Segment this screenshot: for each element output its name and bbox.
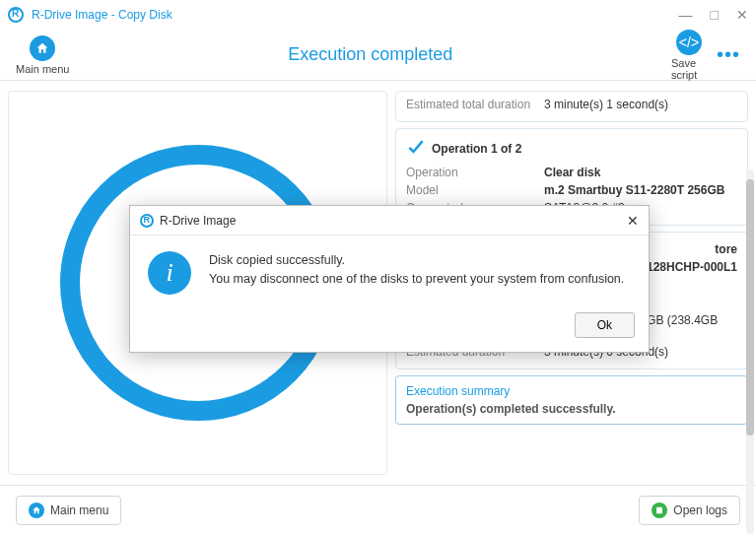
dialog-line2: You may disconnect one of the disks to p… bbox=[209, 270, 624, 289]
scroll-thumb[interactable] bbox=[746, 179, 754, 436]
footer-main-menu-label: Main menu bbox=[50, 503, 108, 517]
dialog-title: R-Drive Image bbox=[160, 214, 236, 228]
op2-model-tail: 128HCHP-000L1 bbox=[647, 260, 737, 274]
window-title: R-Drive Image - Copy Disk bbox=[32, 8, 172, 22]
footer: Main menu Open logs bbox=[0, 485, 756, 534]
save-script-label: Save script bbox=[671, 57, 707, 81]
main-menu-label: Main menu bbox=[16, 63, 69, 75]
op1-op-v: Clear disk bbox=[544, 166, 600, 179]
close-icon[interactable]: ✕ bbox=[736, 7, 748, 23]
svg-rect-0 bbox=[656, 506, 662, 513]
open-logs-label: Open logs bbox=[673, 503, 727, 517]
est-total-key: Estimated total duration bbox=[406, 98, 544, 111]
info-icon: i bbox=[148, 251, 191, 295]
scrollbar[interactable] bbox=[746, 169, 754, 534]
dialog-line1: Disk copied successfully. bbox=[209, 251, 624, 270]
code-icon: </> bbox=[676, 30, 702, 55]
dialog-close-icon[interactable]: ✕ bbox=[627, 213, 639, 229]
summary-title: Execution summary bbox=[406, 384, 737, 398]
check-icon bbox=[406, 137, 426, 160]
logs-icon bbox=[652, 503, 667, 518]
home-icon bbox=[29, 503, 44, 518]
op1-model-k: Model bbox=[406, 183, 544, 197]
home-icon bbox=[30, 35, 55, 61]
titlebar: R-Drive Image - Copy Disk — □ ✕ bbox=[0, 0, 756, 30]
dialog-titlebar: R-Drive Image ✕ bbox=[130, 206, 649, 235]
minimize-icon[interactable]: — bbox=[679, 7, 693, 23]
save-script-button[interactable]: </> Save script bbox=[671, 30, 707, 81]
footer-main-menu-button[interactable]: Main menu bbox=[16, 496, 121, 525]
app-logo-icon bbox=[140, 214, 154, 228]
op1-heading: Operation 1 of 2 bbox=[432, 142, 521, 156]
dialog-text: Disk copied successfully. You may discon… bbox=[209, 251, 624, 289]
estimate-card: Estimated total duration 3 minute(s) 1 s… bbox=[395, 91, 748, 122]
page-title: Execution completed bbox=[69, 44, 671, 65]
maximize-icon[interactable]: □ bbox=[711, 7, 719, 23]
op1-model-v: m.2 Smartbuy S11-2280T 256GB bbox=[544, 183, 724, 197]
open-logs-button[interactable]: Open logs bbox=[639, 496, 740, 525]
est-total-val: 3 minute(s) 1 second(s) bbox=[544, 98, 668, 111]
dialog-actions: Ok bbox=[130, 304, 649, 352]
main-menu-button[interactable]: Main menu bbox=[16, 35, 69, 75]
summary-text: Operation(s) completed successfully. bbox=[406, 402, 737, 416]
toolbar: Main menu Execution completed </> Save s… bbox=[0, 30, 756, 81]
window-controls: — □ ✕ bbox=[679, 7, 748, 23]
op1-op-k: Operation bbox=[406, 166, 544, 179]
summary-card: Execution summary Operation(s) completed… bbox=[395, 375, 748, 425]
dialog: R-Drive Image ✕ i Disk copied successful… bbox=[129, 205, 650, 353]
app-logo-icon bbox=[8, 7, 24, 23]
more-icon[interactable]: ••• bbox=[717, 43, 740, 66]
op2-tore: tore bbox=[715, 242, 737, 256]
dialog-body: i Disk copied successfully. You may disc… bbox=[130, 235, 649, 304]
ok-button[interactable]: Ok bbox=[575, 312, 635, 338]
